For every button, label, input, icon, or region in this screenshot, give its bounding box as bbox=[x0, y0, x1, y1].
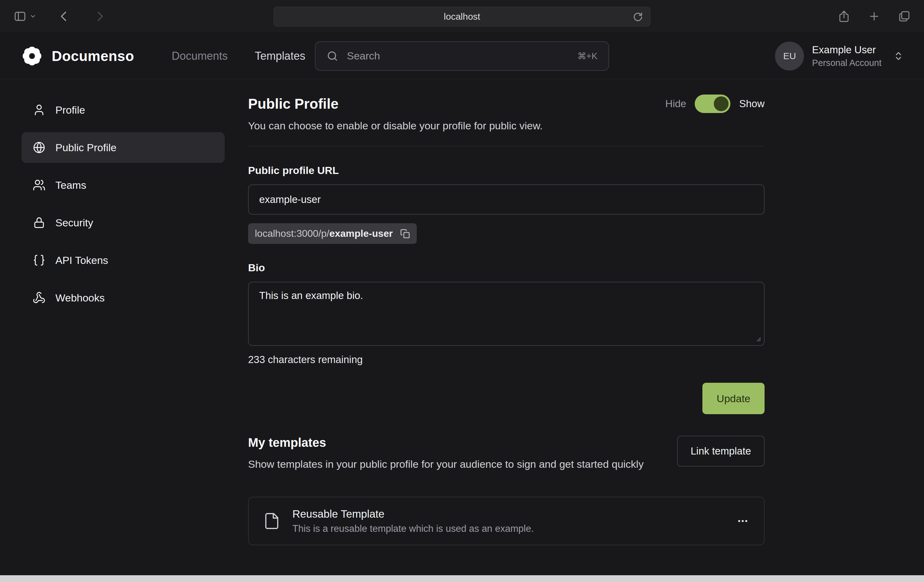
search-shortcut: ⌘+K bbox=[578, 51, 597, 61]
sidebar-item-public-profile[interactable]: Public Profile bbox=[21, 132, 225, 163]
profile-visibility-toggle-group: Hide Show bbox=[665, 94, 764, 113]
template-name: Reusable Template bbox=[292, 508, 534, 520]
chevrons-up-down-icon bbox=[893, 51, 904, 61]
search-icon bbox=[327, 50, 338, 62]
sidebar-item-api-tokens[interactable]: API Tokens bbox=[21, 245, 225, 276]
brand[interactable]: Documenso bbox=[20, 45, 134, 68]
search-placeholder: Search bbox=[347, 50, 380, 62]
globe-icon bbox=[33, 141, 46, 154]
sidebar-item-label: Teams bbox=[55, 179, 86, 191]
back-icon[interactable] bbox=[58, 10, 70, 23]
toggle-knob bbox=[714, 96, 729, 111]
nav-templates[interactable]: Templates bbox=[255, 50, 305, 63]
page-subtitle: You can choose to enable or disable your… bbox=[248, 120, 764, 132]
user-account-type: Personal Account bbox=[812, 58, 881, 68]
user-menu[interactable]: EU Example User Personal Account bbox=[775, 41, 904, 71]
template-menu-icon[interactable] bbox=[736, 514, 750, 528]
profile-visibility-toggle[interactable] bbox=[695, 94, 730, 113]
public-profile-url-input[interactable] bbox=[248, 184, 764, 215]
main-content: Public Profile Hide Show You can choose … bbox=[248, 94, 764, 546]
new-tab-icon[interactable] bbox=[868, 10, 880, 23]
resize-handle-icon[interactable] bbox=[754, 334, 761, 342]
toggle-show-label: Show bbox=[739, 98, 764, 110]
avatar: EU bbox=[775, 41, 804, 71]
link-template-button[interactable]: Link template bbox=[677, 436, 764, 466]
browser-toolbar: localhost bbox=[0, 0, 924, 33]
characters-remaining: 233 characters remaining bbox=[248, 354, 764, 365]
user-info: Example User Personal Account bbox=[812, 44, 881, 68]
bio-textarea[interactable]: This is an example bio. bbox=[248, 282, 764, 346]
webhook-icon bbox=[33, 291, 46, 304]
main-nav: Documents Templates bbox=[172, 50, 305, 63]
braces-icon bbox=[33, 254, 46, 267]
reload-icon[interactable] bbox=[632, 12, 644, 23]
profile-url-text: localhost:3000/p/example-user bbox=[255, 228, 393, 239]
bio-field-label: Bio bbox=[248, 262, 764, 274]
profile-url-slug: example-user bbox=[329, 228, 393, 239]
address-bar-url: localhost bbox=[444, 12, 480, 22]
sidebar-item-label: Security bbox=[55, 217, 93, 229]
copy-icon[interactable] bbox=[400, 229, 410, 239]
tab-overview-icon[interactable] bbox=[898, 10, 911, 23]
sidebar-item-webhooks[interactable]: Webhooks bbox=[21, 283, 225, 313]
templates-title: My templates bbox=[248, 436, 644, 450]
browser-right-controls bbox=[838, 10, 911, 23]
user-name: Example User bbox=[812, 44, 881, 56]
template-description: This is a reusable template which is use… bbox=[292, 523, 534, 534]
app-body: Profile Public Profile Teams Security AP bbox=[0, 79, 924, 546]
template-card: Reusable Template This is a reusable tem… bbox=[248, 497, 764, 546]
divider bbox=[248, 146, 764, 147]
sidebar-item-label: Public Profile bbox=[55, 142, 116, 154]
documenso-logo-icon bbox=[20, 45, 44, 68]
sidebar-item-label: Webhooks bbox=[55, 292, 105, 304]
sidebar-item-label: Profile bbox=[55, 104, 85, 116]
app-header: Documenso Documents Templates Search ⌘+K… bbox=[0, 33, 924, 79]
window-bottom-strip bbox=[0, 575, 924, 582]
avatar-initials: EU bbox=[783, 51, 796, 61]
share-icon[interactable] bbox=[838, 10, 850, 23]
forward-icon[interactable] bbox=[94, 10, 106, 23]
lock-icon bbox=[33, 216, 46, 229]
sidebar-chevron-icon[interactable] bbox=[30, 13, 36, 20]
address-bar[interactable]: localhost bbox=[274, 7, 651, 26]
settings-sidebar: Profile Public Profile Teams Security AP bbox=[0, 94, 225, 546]
user-icon bbox=[33, 104, 46, 116]
profile-url-preview[interactable]: localhost:3000/p/example-user bbox=[248, 223, 417, 244]
url-field-label: Public profile URL bbox=[248, 164, 764, 177]
sidebar-toggle-icon[interactable] bbox=[13, 10, 26, 23]
templates-description: Show templates in your public profile fo… bbox=[248, 456, 644, 472]
search-input[interactable]: Search ⌘+K bbox=[315, 41, 609, 71]
profile-url-prefix: localhost:3000/p/ bbox=[255, 228, 329, 239]
template-card-info: Reusable Template This is a reusable tem… bbox=[292, 508, 534, 534]
brand-name: Documenso bbox=[52, 48, 134, 64]
toggle-hide-label: Hide bbox=[665, 98, 686, 110]
update-button[interactable]: Update bbox=[702, 383, 764, 414]
page-title: Public Profile bbox=[248, 96, 338, 112]
file-icon bbox=[263, 512, 281, 530]
sidebar-item-teams[interactable]: Teams bbox=[21, 170, 225, 200]
sidebar-item-profile[interactable]: Profile bbox=[21, 94, 225, 125]
templates-header: My templates Show templates in your publ… bbox=[248, 436, 644, 472]
sidebar-item-label: API Tokens bbox=[55, 255, 108, 266]
browser-left-controls bbox=[13, 10, 106, 23]
sidebar-item-security[interactable]: Security bbox=[21, 207, 225, 238]
nav-documents[interactable]: Documents bbox=[172, 50, 228, 63]
users-icon bbox=[33, 179, 46, 192]
